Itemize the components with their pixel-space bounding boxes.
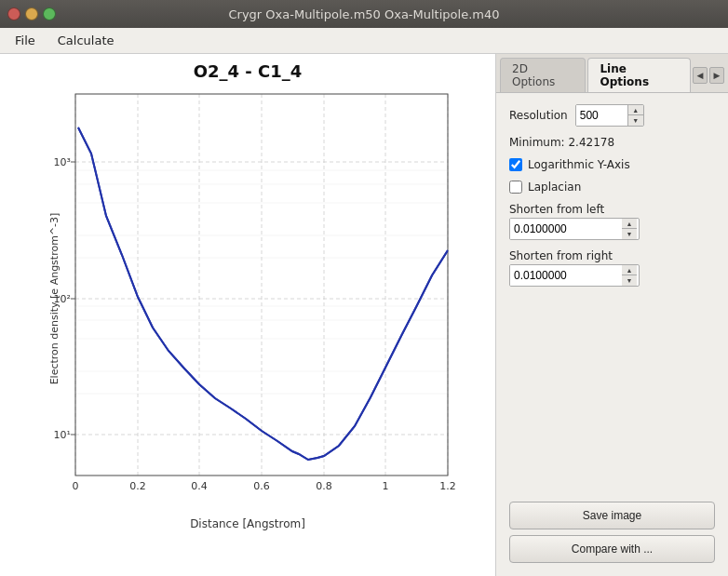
shorten-left-spin-btns: ▲ ▼ [622,219,637,239]
svg-text:0.6: 0.6 [253,480,270,492]
menu-file[interactable]: File [6,31,45,50]
window-controls [7,7,56,20]
shorten-right-spin-up[interactable]: ▲ [622,265,637,275]
main-area: O2_4 - C1_4 Electron density [e Angstrom… [0,54,728,576]
tab-nav-left[interactable]: ◀ [693,67,708,84]
shorten-left-spinbox: ▲ ▼ [509,218,640,240]
laplacian-row: Laplacian [509,181,715,194]
log-y-axis-checkbox[interactable] [509,158,522,171]
shorten-right-spin-btns: ▲ ▼ [622,265,637,286]
tab-nav-right[interactable]: ▶ [709,67,724,84]
maximize-button[interactable] [43,7,56,20]
shorten-left-label: Shorten from left [509,203,715,216]
resolution-row: Resolution ▲ ▼ [509,104,715,127]
svg-text:0: 0 [73,480,79,492]
laplacian-checkbox[interactable] [509,181,522,194]
laplacian-label: Laplacian [528,181,581,194]
svg-text:10³: 10³ [54,156,71,168]
svg-text:0.8: 0.8 [316,480,332,492]
y-axis-label: Electron density [e Angstrom^-3] [48,213,61,385]
shorten-right-spin-down[interactable]: ▼ [622,275,637,286]
chart-svg: 10¹ 10² 10³ 0 0.2 0.4 0.6 0.8 1 1.2 [24,85,471,513]
compare-with-button[interactable]: Compare with ... [509,535,715,563]
shorten-right-label: Shorten from right [509,249,715,262]
shorten-left-section: Shorten from left ▲ ▼ [509,203,715,240]
shorten-right-section: Shorten from right ▲ ▼ [509,249,715,287]
svg-text:1.2: 1.2 [439,480,456,492]
title-bar: Crygr Oxa-Multipole.m50 Oxa-Multipole.m4… [0,0,728,28]
svg-text:1: 1 [383,480,389,492]
tab-2d-options[interactable]: 2D Options [500,58,586,92]
svg-text:0.2: 0.2 [129,480,146,492]
minimize-button[interactable] [25,7,38,20]
tab-nav: ◀ ▶ [693,67,724,84]
minimum-row: Minimum: 2.42178 [509,136,715,149]
menu-calculate[interactable]: Calculate [48,31,124,50]
action-buttons: Save image Compare with ... [496,494,728,576]
resolution-spin-btns: ▲ ▼ [627,105,643,126]
resolution-spin-up[interactable]: ▲ [628,105,643,115]
right-panel: 2D Options Line Options ◀ ▶ Resolution ▲… [495,54,728,576]
resolution-spinbox: ▲ ▼ [575,104,644,127]
options-content: Resolution ▲ ▼ Minimum: 2.42178 Logarith… [496,93,728,494]
log-y-axis-label: Logarithmic Y-Axis [528,158,630,171]
menu-bar: File Calculate [0,28,728,54]
chart-title: O2_4 - C1_4 [194,61,303,81]
shorten-right-spinbox: ▲ ▼ [509,264,640,287]
shorten-right-input[interactable] [510,265,622,286]
x-axis-label: Distance [Angstrom] [24,517,471,530]
resolution-label: Resolution [509,109,568,122]
resolution-input[interactable] [576,105,627,126]
minimum-label: Minimum: [509,136,565,149]
log-y-axis-row: Logarithmic Y-Axis [509,158,715,171]
shorten-left-spin-up[interactable]: ▲ [622,219,637,229]
resolution-spin-down[interactable]: ▼ [628,115,643,126]
svg-text:10¹: 10¹ [54,429,71,441]
save-image-button[interactable]: Save image [509,502,715,529]
chart-container: Electron density [e Angstrom^-3] [24,85,471,513]
svg-text:0.4: 0.4 [191,480,208,492]
chart-panel: O2_4 - C1_4 Electron density [e Angstrom… [0,54,495,576]
tabs: 2D Options Line Options ◀ ▶ [496,54,728,93]
tab-line-options[interactable]: Line Options [587,58,691,92]
close-button[interactable] [7,7,20,20]
window-title: Crygr Oxa-Multipole.m50 Oxa-Multipole.m4… [63,7,665,21]
shorten-left-input[interactable] [510,219,622,239]
shorten-left-spin-down[interactable]: ▼ [622,229,637,239]
minimum-value: 2.42178 [568,136,614,149]
